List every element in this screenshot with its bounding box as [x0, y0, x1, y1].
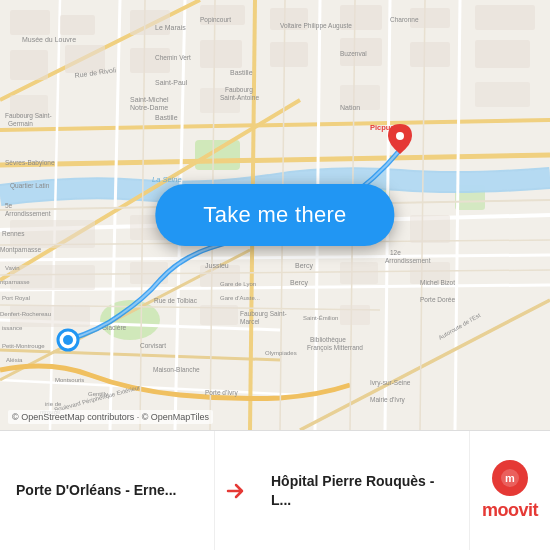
- svg-text:Musée du Louvre: Musée du Louvre: [22, 36, 76, 43]
- destination-section: Hôpital Pierre Rouquès - L...: [255, 431, 469, 550]
- svg-text:Arrondissement: Arrondissement: [385, 257, 431, 264]
- svg-rect-64: [200, 305, 238, 325]
- svg-text:François Mitterrand: François Mitterrand: [307, 344, 363, 352]
- moovit-icon: m: [492, 460, 528, 496]
- svg-text:Bercy: Bercy: [290, 279, 308, 287]
- arrow-divider: [215, 431, 255, 550]
- svg-text:Bercy: Bercy: [295, 262, 313, 270]
- svg-text:Faubourg: Faubourg: [225, 86, 253, 94]
- svg-text:Gare d'Auste...: Gare d'Auste...: [220, 295, 260, 301]
- svg-text:Olympiades: Olympiades: [265, 350, 297, 356]
- svg-text:ntparnasse: ntparnasse: [0, 279, 30, 285]
- svg-text:Buzenval: Buzenval: [340, 50, 367, 57]
- svg-point-130: [396, 132, 404, 140]
- svg-rect-2: [195, 140, 240, 170]
- attribution-text: © OpenStreetMap contributors · © OpenMap…: [12, 412, 209, 422]
- svg-text:Germain: Germain: [8, 120, 33, 127]
- svg-text:Saint-Michel: Saint-Michel: [130, 96, 169, 103]
- arrow-right-icon: [223, 479, 247, 503]
- moovit-brand: m moovit: [469, 431, 550, 550]
- svg-text:Faubourg Saint-: Faubourg Saint-: [5, 112, 52, 120]
- svg-rect-34: [60, 15, 95, 35]
- svg-point-129: [63, 335, 73, 345]
- svg-text:Port Royal: Port Royal: [2, 295, 30, 301]
- svg-rect-40: [475, 5, 535, 30]
- moovit-logo-icon: m: [500, 468, 520, 488]
- svg-text:Quartier Latin: Quartier Latin: [10, 182, 50, 190]
- svg-text:Charonne: Charonne: [390, 16, 419, 23]
- svg-text:Montsouris: Montsouris: [55, 377, 84, 383]
- svg-rect-61: [340, 262, 378, 284]
- map-attribution: © OpenStreetMap contributors · © OpenMap…: [8, 410, 213, 424]
- svg-text:Alésia: Alésia: [6, 357, 23, 363]
- svg-text:Saint-Antoine: Saint-Antoine: [220, 94, 259, 101]
- moovit-text: moovit: [482, 500, 538, 521]
- svg-text:Saint-Paul: Saint-Paul: [155, 79, 188, 86]
- svg-rect-52: [475, 82, 530, 107]
- svg-text:Bastille: Bastille: [230, 69, 253, 76]
- svg-text:Nation: Nation: [340, 104, 360, 111]
- svg-text:m: m: [505, 472, 515, 484]
- destination-title: Hôpital Pierre Rouquès - L...: [271, 472, 453, 508]
- svg-text:issance: issance: [2, 325, 23, 331]
- svg-rect-65: [340, 305, 370, 325]
- svg-text:Le Marais: Le Marais: [155, 24, 186, 31]
- svg-text:Popincourt: Popincourt: [200, 16, 231, 24]
- svg-text:La Seine: La Seine: [152, 175, 182, 184]
- svg-rect-44: [200, 40, 242, 68]
- svg-text:Voltaire  Philippe Auguste: Voltaire Philippe Auguste: [280, 22, 352, 30]
- svg-text:12e: 12e: [390, 249, 401, 256]
- svg-text:Chemin Vert: Chemin Vert: [155, 54, 191, 61]
- svg-text:Maison-Blanche: Maison-Blanche: [153, 366, 200, 373]
- svg-rect-33: [10, 10, 50, 35]
- svg-text:Ivry-sur-Seine: Ivry-sur-Seine: [370, 379, 411, 387]
- svg-rect-47: [410, 42, 450, 67]
- svg-text:Rennes: Rennes: [2, 230, 25, 237]
- svg-text:Corvisart: Corvisart: [140, 342, 166, 349]
- svg-text:Porte d'Ivry: Porte d'Ivry: [205, 389, 238, 397]
- origin-section: Porte D'Orléans - Erne...: [0, 431, 215, 550]
- svg-rect-45: [270, 42, 308, 67]
- svg-rect-58: [10, 265, 95, 290]
- svg-text:Bastille: Bastille: [155, 114, 178, 121]
- svg-text:Jussieu: Jussieu: [205, 262, 229, 269]
- svg-text:Gare de Lyon: Gare de Lyon: [220, 281, 256, 287]
- svg-text:Faubourg Saint-: Faubourg Saint-: [240, 310, 287, 318]
- svg-text:Michel Bizot: Michel Bizot: [420, 279, 455, 286]
- svg-text:Saint-Émilion: Saint-Émilion: [303, 315, 338, 321]
- svg-text:Rue de Tolbiac: Rue de Tolbiac: [154, 297, 198, 304]
- svg-rect-57: [410, 215, 450, 243]
- svg-text:Montparnasse: Montparnasse: [0, 246, 42, 254]
- cta-button-container: Take me there: [155, 184, 394, 246]
- svg-rect-48: [475, 40, 530, 68]
- origin-title: Porte D'Orléans - Erne...: [16, 481, 198, 499]
- svg-rect-35: [130, 10, 170, 35]
- svg-text:Notre-Dame: Notre-Dame: [130, 104, 168, 111]
- svg-text:Marcel: Marcel: [240, 318, 260, 325]
- svg-text:Petit-Montrouge: Petit-Montrouge: [2, 343, 45, 349]
- svg-text:Vavin: Vavin: [5, 265, 20, 271]
- svg-text:Denfert-Rochereau: Denfert-Rochereau: [0, 311, 51, 317]
- bottom-bar: Porte D'Orléans - Erne... Hôpital Pierre…: [0, 430, 550, 550]
- svg-text:5e: 5e: [5, 202, 13, 209]
- svg-text:Porte Dorée: Porte Dorée: [420, 296, 455, 303]
- svg-text:Sèvres-Babylone: Sèvres-Babylone: [5, 159, 55, 167]
- svg-text:Arrondissement: Arrondissement: [5, 210, 51, 217]
- svg-rect-41: [10, 50, 48, 80]
- map-container: Musée du Louvre Faubourg Saint- Germain …: [0, 0, 550, 430]
- svg-text:Mairie d'Ivry: Mairie d'Ivry: [370, 396, 406, 404]
- svg-text:Bibliothèque: Bibliothèque: [310, 336, 346, 344]
- take-me-there-button[interactable]: Take me there: [155, 184, 394, 246]
